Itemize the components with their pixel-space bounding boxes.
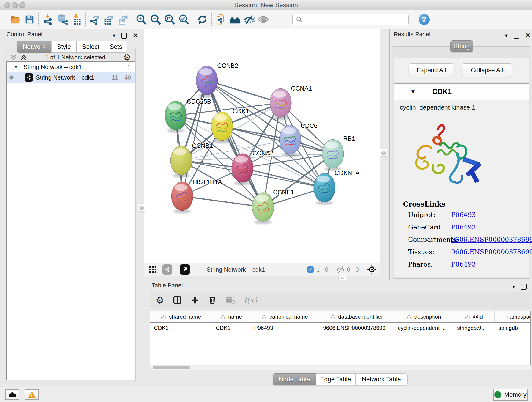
refresh-button[interactable]: [195, 12, 209, 27]
tab-network[interactable]: Network: [17, 41, 51, 53]
crosslink-pharos-link[interactable]: P06493: [451, 261, 476, 268]
table-options-gear-icon[interactable]: ⚙: [156, 295, 164, 306]
network-node-CCNB1[interactable]: CCNB1: [171, 142, 213, 178]
delete-table-icon[interactable]: [225, 296, 235, 304]
bottom-splitter-handle[interactable]: [338, 276, 346, 280]
export-table-button[interactable]: [102, 12, 116, 27]
import-network-button[interactable]: [41, 12, 55, 27]
network-node-HIST1H1A[interactable]: HIST1H1A: [171, 179, 222, 213]
selected-nodes-checkbox[interactable]: ✓: [307, 266, 314, 273]
function-builder-icon[interactable]: f(x): [244, 296, 257, 305]
memory-button[interactable]: Memory: [493, 389, 528, 401]
table-horizontal-scrollbar[interactable]: [150, 366, 531, 370]
show-graphics-button[interactable]: [256, 12, 270, 27]
fit-selected-crosshair-icon[interactable]: [367, 264, 377, 275]
tab-sets[interactable]: Sets: [105, 41, 127, 53]
tab-network-table[interactable]: Network Table: [355, 373, 408, 385]
network-view-canvas[interactable]: CCNB2CCNA1CDC25BCDK1CDC6RB1CCNB1CCNA2CDK…: [144, 29, 380, 263]
network-node-CCNB2[interactable]: CCNB2: [196, 62, 238, 98]
network-node-CCNA1[interactable]: CCNA1: [270, 85, 312, 120]
results-panel-float-icon[interactable]: [514, 32, 519, 38]
crosslink-compartments-link[interactable]: 9606.ENSP00000378699: [451, 236, 532, 243]
network-node-CDC25B[interactable]: CDC25B: [165, 98, 211, 133]
home-button[interactable]: [228, 12, 242, 27]
tree-expand-icon[interactable]: ▼: [13, 64, 19, 70]
column-header-name[interactable]: name: [212, 311, 250, 322]
tab-select[interactable]: Select: [76, 41, 105, 53]
cell-description[interactable]: cyclin-dependent ...: [394, 323, 453, 333]
search-input[interactable]: [305, 15, 408, 24]
export-network-button[interactable]: [88, 12, 102, 27]
cell-name[interactable]: CDK1: [212, 323, 250, 333]
network-node-CDKN1A[interactable]: CDKN1A: [314, 170, 360, 205]
crosslink-label: GeneCard:: [408, 223, 443, 231]
tab-node-table[interactable]: Node Table: [273, 373, 316, 385]
control-panel-collapse-icon[interactable]: ▾: [113, 32, 115, 39]
export-image-button[interactable]: [116, 12, 130, 27]
left-splitter-handle[interactable]: [138, 204, 145, 211]
column-header-description[interactable]: description: [394, 311, 453, 322]
control-panel-float-icon[interactable]: [121, 32, 127, 38]
import-table-button[interactable]: [69, 12, 83, 27]
import-database-button[interactable]: [55, 12, 69, 27]
expand-all-icon[interactable]: [20, 54, 27, 61]
crosslink-genecard-link[interactable]: P06493: [451, 223, 476, 231]
column-header-namespace[interactable]: namespace: [495, 311, 530, 322]
results-panel-close-icon[interactable]: ✕: [525, 32, 530, 39]
open-session-button[interactable]: [8, 12, 22, 27]
tab-edge-table[interactable]: Edge Table: [316, 373, 355, 385]
warnings-button[interactable]: [25, 389, 39, 400]
cell-canonical-name[interactable]: P06493: [250, 323, 319, 333]
birds-eye-view-icon[interactable]: [180, 264, 190, 274]
cell-id[interactable]: stringdb:9...: [453, 323, 495, 333]
column-header-id[interactable]: @id: [453, 311, 495, 322]
column-header-shared-name[interactable]: shared name: [150, 311, 212, 322]
crosslink-uniprot-link[interactable]: P06493: [451, 211, 476, 219]
crosslink-tissues-link[interactable]: 9606.ENSP00000378699: [451, 248, 532, 256]
import-network-icon: [42, 13, 54, 26]
results-panel-divider: [389, 29, 390, 280]
network-list: ▼ String Network – cdk1 1 String Network…: [6, 61, 135, 380]
help-button[interactable]: ?: [418, 14, 430, 25]
show-columns-icon[interactable]: [173, 296, 182, 305]
gene-collapse-icon[interactable]: ▼: [410, 89, 416, 95]
collapse-all-icon[interactable]: [10, 54, 17, 61]
share-document-button[interactable]: [214, 12, 228, 27]
network-collection-row[interactable]: ▼ String Network – cdk1 1: [7, 62, 135, 72]
window-title: Session: New Session: [0, 0, 532, 10]
network-row-selected[interactable]: String Network – cdk1 11 48: [7, 72, 135, 83]
network-node-CCNE1[interactable]: CCNE1: [252, 189, 294, 224]
collapse-all-button[interactable]: Collapse All: [462, 64, 512, 77]
zoom-selected-button[interactable]: [177, 12, 191, 27]
column-header-database-identifier[interactable]: database identifier: [319, 311, 394, 322]
zoom-out-button[interactable]: [148, 12, 163, 27]
cell-shared-name[interactable]: CDK1: [150, 323, 212, 333]
control-panel-header-icons: ▾ ✕: [113, 32, 138, 39]
table-panel-collapse-icon[interactable]: ▾: [512, 283, 515, 290]
tab-style[interactable]: Style: [51, 41, 76, 53]
network-options-gear-icon[interactable]: ⚙: [123, 54, 131, 61]
right-splitter-handle[interactable]: [380, 149, 387, 157]
string-network-graph[interactable]: CCNB2CCNA1CDC25BCDK1CDC6RB1CCNB1CCNA2CDK…: [144, 29, 380, 263]
add-row-icon[interactable]: [191, 296, 199, 305]
scrollbar-thumb[interactable]: [152, 366, 190, 370]
cell-namespace[interactable]: stringdb: [495, 323, 530, 333]
gene-card-header[interactable]: ▼ CDK1: [394, 84, 529, 100]
expand-all-button[interactable]: Expand All: [409, 64, 454, 77]
column-header-canonical-name[interactable]: canonical name: [250, 311, 319, 322]
control-panel-close-icon[interactable]: ✕: [133, 32, 138, 39]
cell-database-identifier[interactable]: 9606.ENSP00000378699: [319, 323, 394, 333]
string-view-icon[interactable]: [162, 264, 172, 274]
table-panel-float-icon[interactable]: [521, 284, 526, 290]
cloud-services-button[interactable]: [5, 389, 19, 400]
tab-string[interactable]: String: [450, 40, 473, 52]
hide-graphics-button[interactable]: [242, 12, 256, 27]
zoom-in-button[interactable]: [134, 12, 148, 27]
results-panel-collapse-icon[interactable]: ▾: [505, 32, 508, 39]
network-node-RB1[interactable]: RB1: [322, 135, 355, 171]
delete-row-icon[interactable]: [208, 296, 217, 305]
grid-view-icon[interactable]: [148, 265, 158, 274]
zoom-fit-button[interactable]: [163, 12, 177, 27]
table-row[interactable]: CDK1 CDK1 P06493 9606.ENSP00000378699 cy…: [150, 323, 530, 333]
save-session-button[interactable]: [22, 12, 37, 27]
